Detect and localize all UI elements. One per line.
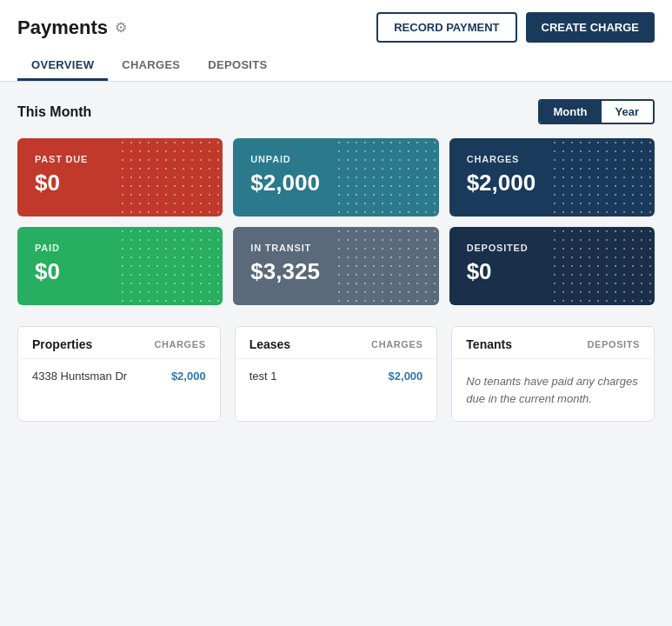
charges-card: CHARGES $2,000: [449, 138, 655, 216]
properties-title: Properties: [32, 337, 92, 351]
in-transit-card: IN TRANSIT $3,325: [233, 227, 438, 305]
unpaid-card: UNPAID $2,000: [233, 138, 438, 216]
in-transit-label: IN TRANSIT: [250, 243, 421, 253]
leases-title: Leases: [250, 337, 290, 351]
past-due-card: PAST DUE $0: [17, 138, 223, 216]
top-header: Payments ⚙ RECORD PAYMENT CREATE CHARGE: [17, 12, 655, 51]
tab-overview[interactable]: OVERVIEW: [17, 51, 108, 81]
tenants-column-label: DEPOSITS: [588, 339, 640, 350]
record-payment-button[interactable]: RECORD PAYMENT: [376, 12, 516, 43]
unpaid-label: UNPAID: [250, 154, 421, 164]
properties-section: Properties CHARGES 4338 Huntsman Dr $2,0…: [17, 326, 221, 422]
leases-header: Leases CHARGES: [236, 327, 437, 359]
leases-column-label: CHARGES: [371, 339, 422, 350]
paid-value: $0: [35, 258, 205, 285]
page-title-row: Payments ⚙: [17, 17, 127, 39]
deposited-label: DEPOSITED: [467, 243, 637, 253]
nav-tabs: OVERVIEW CHARGES DEPOSITS: [17, 51, 655, 81]
paid-card: PAID $0: [17, 227, 223, 305]
past-due-label: PAST DUE: [35, 154, 205, 164]
page-title: Payments: [17, 17, 108, 39]
charges-value: $2,000: [467, 170, 637, 196]
time-toggle-group: Month Year: [538, 99, 655, 124]
tab-charges[interactable]: CHARGES: [108, 51, 194, 81]
properties-column-label: CHARGES: [154, 339, 205, 350]
paid-label: PAID: [35, 243, 205, 253]
month-toggle-button[interactable]: Month: [540, 101, 602, 123]
lease-name: test 1: [250, 370, 277, 383]
unpaid-value: $2,000: [250, 170, 421, 196]
charges-label: CHARGES: [467, 154, 637, 164]
past-due-value: $0: [35, 170, 205, 196]
list-item: test 1 $2,000: [236, 359, 437, 393]
section-header: This Month Month Year: [17, 99, 655, 124]
properties-header: Properties CHARGES: [18, 327, 220, 359]
main-content: This Month Month Year PAST DUE $0 UNPAID…: [0, 82, 672, 439]
header-buttons: RECORD PAYMENT CREATE CHARGE: [376, 12, 655, 43]
tenants-empty-message: No tenants have paid any charges due in …: [452, 359, 654, 421]
leases-section: Leases CHARGES test 1 $2,000: [235, 326, 438, 422]
tenants-header: Tenants DEPOSITS: [452, 327, 654, 359]
property-name: 4338 Huntsman Dr: [32, 370, 127, 383]
create-charge-button[interactable]: CREATE CHARGE: [526, 12, 655, 43]
deposited-value: $0: [467, 258, 637, 285]
property-value[interactable]: $2,000: [171, 370, 206, 383]
tenants-section: Tenants DEPOSITS No tenants have paid an…: [451, 326, 655, 422]
year-toggle-button[interactable]: Year: [602, 101, 653, 123]
bottom-grid: Properties CHARGES 4338 Huntsman Dr $2,0…: [17, 326, 655, 422]
list-item: 4338 Huntsman Dr $2,000: [18, 359, 220, 393]
deposited-card: DEPOSITED $0: [449, 227, 655, 305]
stats-cards-grid: PAST DUE $0 UNPAID $2,000 CHARGES $2,000…: [17, 138, 655, 305]
gear-icon[interactable]: ⚙: [115, 19, 127, 36]
lease-value[interactable]: $2,000: [389, 370, 423, 383]
in-transit-value: $3,325: [250, 258, 421, 285]
section-title: This Month: [17, 104, 91, 120]
tenants-title: Tenants: [466, 337, 512, 351]
tab-deposits[interactable]: DEPOSITS: [194, 51, 281, 81]
top-bar: Payments ⚙ RECORD PAYMENT CREATE CHARGE …: [0, 0, 672, 82]
